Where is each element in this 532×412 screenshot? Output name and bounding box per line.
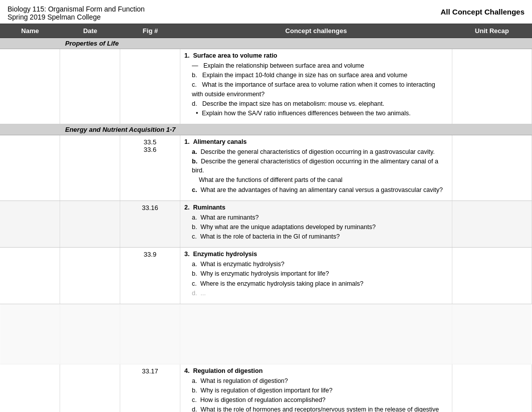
name-cell	[0, 135, 60, 200]
table-row: 33.17 4. Regulation of digestion a. What…	[0, 364, 532, 412]
unit-recap-cell	[452, 201, 532, 248]
name-cell	[0, 49, 60, 124]
course-subtitle: Spring 2019 Spelman College	[8, 13, 145, 21]
col-concept: Concept challenges	[180, 26, 452, 36]
fig-cell: 33.16	[120, 201, 180, 248]
date-cell	[60, 201, 120, 248]
fig-cell: 33.9	[120, 248, 180, 304]
section-energy-nutrient: Energy and Nutrient Acquisition 1-7	[0, 124, 532, 135]
fig-cell	[120, 49, 180, 124]
fig-cell: 33.17	[120, 364, 180, 412]
name-cell	[0, 201, 60, 248]
unit-recap-cell	[452, 248, 532, 304]
col-name: Name	[0, 26, 60, 36]
concept-cell: 3. Enzymatic hydrolysis a. What is enzym…	[180, 248, 452, 304]
fig-cell: 33.5 33.6	[120, 135, 180, 200]
table-row: 33.5 33.6 1. Alimentary canals a. Descri…	[0, 135, 532, 201]
col-unit-recap: Unit Recap	[452, 26, 532, 36]
name-cell	[0, 364, 60, 412]
unit-recap-cell	[452, 364, 532, 412]
table-row: 33.9 3. Enzymatic hydrolysis a. What is …	[0, 248, 532, 304]
header-left: Biology 115: Organismal Form and Functio…	[8, 5, 145, 21]
all-challenges-label: All Concept Challenges	[440, 5, 524, 16]
table-header: Name Date Fig # Concept challenges Unit …	[0, 24, 532, 38]
concept-cell: 1. Surface area to volume ratio — Explai…	[180, 49, 452, 124]
course-title: Biology 115: Organismal Form and Functio…	[8, 5, 145, 13]
faded-middle-section	[0, 304, 532, 364]
section-properties-of-life: Properties of Life	[0, 38, 532, 49]
unit-recap-cell	[452, 135, 532, 200]
concept-cell: 1. Alimentary canals a. Describe the gen…	[180, 135, 452, 200]
col-date: Date	[60, 26, 120, 36]
unit-recap-cell	[452, 49, 532, 124]
col-fig: Fig #	[120, 26, 180, 36]
table-row: 1. Surface area to volume ratio — Explai…	[0, 49, 532, 124]
date-cell	[60, 49, 120, 124]
concept-cell: 4. Regulation of digestion a. What is re…	[180, 364, 452, 412]
date-cell	[60, 364, 120, 412]
date-cell	[60, 248, 120, 304]
table-row: 33.16 2. Ruminants a. What are ruminants…	[0, 201, 532, 248]
date-cell	[60, 135, 120, 200]
concept-cell: 2. Ruminants a. What are ruminants? b. W…	[180, 201, 452, 248]
name-cell	[0, 248, 60, 304]
header: Biology 115: Organismal Form and Functio…	[0, 0, 532, 24]
